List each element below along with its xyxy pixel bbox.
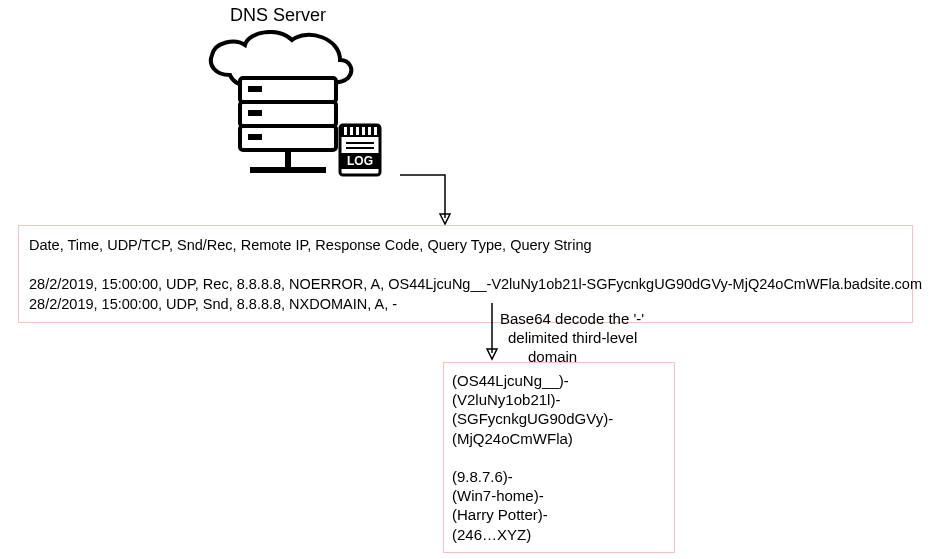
log-headers: Date, Time, UDP/TCP, Snd/Rec, Remote IP,… xyxy=(29,237,592,253)
plain-token-3: (Harry Potter)- xyxy=(452,506,548,523)
svg-rect-5 xyxy=(248,134,262,140)
plain-token-1: (9.8.7.6)- xyxy=(452,468,513,485)
encoded-token-1: (OS44LjcuNg__)- xyxy=(452,372,569,389)
encoded-token-2: (V2luNy1ob21l)- xyxy=(452,391,560,408)
dns-log-box: Date, Time, UDP/TCP, Snd/Rec, Remote IP,… xyxy=(18,225,913,323)
plain-token-4: (246…XYZ) xyxy=(452,526,531,543)
dns-server-icon: LOG xyxy=(200,30,420,200)
arrow-icon xyxy=(395,170,465,230)
decode-step-label: Base64 decode the '-'delimited third-lev… xyxy=(500,310,644,366)
svg-text:LOG: LOG xyxy=(347,154,373,168)
log-file-icon: LOG xyxy=(340,125,380,175)
svg-rect-12 xyxy=(356,127,359,135)
svg-rect-14 xyxy=(368,127,371,135)
dns-server-label: DNS Server xyxy=(230,5,326,26)
log-row-1: 28/2/2019, 15:00:00, UDP, Rec, 8.8.8.8, … xyxy=(29,276,922,292)
encoded-token-3: (SGFycnkgUG90dGVy)- xyxy=(452,410,613,427)
encoded-token-4: (MjQ24oCmWFla) xyxy=(452,430,573,447)
svg-rect-10 xyxy=(344,127,347,135)
plain-token-2: (Win7-home)- xyxy=(452,487,544,504)
svg-rect-4 xyxy=(248,110,262,116)
svg-rect-11 xyxy=(350,127,353,135)
decoded-box: (OS44LjcuNg__)- (V2luNy1ob21l)- (SGFycnk… xyxy=(443,362,675,553)
svg-rect-3 xyxy=(248,86,262,92)
dns-server-art: LOG xyxy=(200,30,420,200)
log-row-2: 28/2/2019, 15:00:00, UDP, Snd, 8.8.8.8, … xyxy=(29,296,397,312)
svg-rect-15 xyxy=(374,127,377,135)
svg-rect-13 xyxy=(362,127,365,135)
